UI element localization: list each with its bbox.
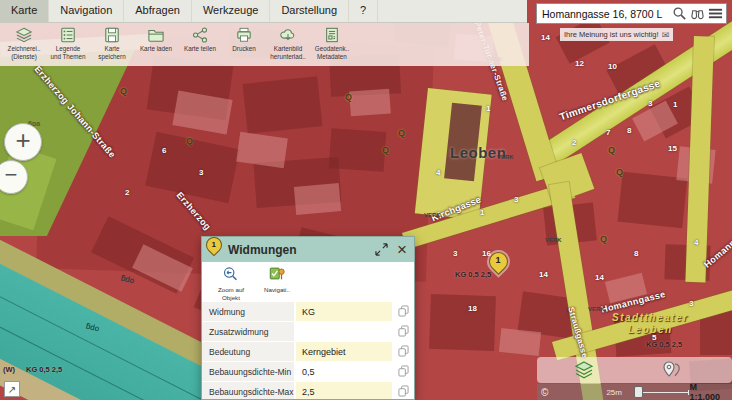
copy-value-button[interactable] bbox=[392, 302, 414, 321]
navigate-button[interactable]: Navigati.. bbox=[256, 265, 298, 302]
popup-expand-button[interactable] bbox=[375, 243, 388, 256]
building-patch bbox=[349, 89, 391, 117]
zoom-in-button[interactable]: + bbox=[4, 123, 42, 161]
search-button[interactable] bbox=[672, 6, 687, 21]
scale-ratio: M 1:1.000 bbox=[689, 382, 727, 400]
print-icon bbox=[235, 27, 253, 44]
copy-icon bbox=[398, 343, 409, 361]
map-label: 4 bbox=[694, 238, 698, 247]
map-label: 18 bbox=[468, 304, 477, 313]
toolbar-label: Geodatenk..Metadaten bbox=[315, 45, 349, 61]
toolbar-legend-themes[interactable]: Legendeund Themen bbox=[46, 23, 90, 66]
map-label: 1 bbox=[486, 104, 490, 113]
popup-header[interactable]: 1 Widmungen × bbox=[202, 237, 414, 262]
attribute-row: Zusatzwidmung bbox=[202, 322, 414, 341]
map-label: Q bbox=[345, 92, 352, 102]
copy-value-button[interactable] bbox=[392, 322, 414, 341]
map-label: VERK bbox=[545, 237, 562, 243]
map-label: 14 bbox=[595, 273, 604, 282]
map-label: (W) bbox=[3, 365, 15, 374]
toolbar-label: Zeichnerei..(Dienste) bbox=[8, 45, 41, 61]
advanced-search-button[interactable] bbox=[690, 6, 705, 21]
overview-map-button[interactable]: ↗ bbox=[4, 381, 20, 397]
attribute-label: Zusatzwidmung bbox=[202, 322, 294, 341]
expand-icon bbox=[375, 243, 388, 256]
toolbar-label: Kartespeichern bbox=[98, 45, 125, 61]
menu-item-abfragen[interactable]: Abfragen bbox=[124, 0, 192, 22]
basemap-layers-button[interactable] bbox=[573, 360, 595, 380]
attribute-value: 0,5 bbox=[296, 362, 392, 381]
map-label: Q bbox=[120, 86, 127, 96]
building-patch bbox=[499, 328, 541, 356]
map-label: Q bbox=[600, 234, 607, 244]
map-label: 3 bbox=[514, 195, 518, 204]
attribute-row: BedeutungKerngebiet bbox=[202, 342, 414, 361]
copyright-icon[interactable]: © bbox=[541, 387, 548, 398]
menu-bar: KarteNavigationAbfragenWerkzeugeDarstell… bbox=[0, 0, 527, 23]
zoom-to-object-button-icon bbox=[222, 268, 240, 285]
search-input[interactable] bbox=[537, 8, 672, 20]
toolbar-geodata-metadata[interactable]: Geodatenk..Metadaten bbox=[310, 23, 354, 66]
toolbar-load-map[interactable]: Karte laden bbox=[134, 23, 178, 66]
zoom-to-object-button[interactable]: Zoom aufObjekt bbox=[210, 265, 252, 302]
search-box bbox=[536, 3, 727, 24]
toolbar-label: Karte teilen bbox=[184, 45, 216, 53]
popup-close-button[interactable]: × bbox=[397, 241, 407, 258]
toolbar-label: Karte laden bbox=[140, 45, 172, 53]
map-label: 7 bbox=[606, 128, 610, 137]
map-label: 2 bbox=[572, 138, 576, 147]
map-label: 3 bbox=[453, 249, 457, 258]
copy-icon bbox=[398, 303, 409, 321]
map-label: opg bbox=[120, 274, 135, 286]
building-patch bbox=[429, 294, 496, 351]
map-label: 4 bbox=[436, 168, 440, 177]
map-label: KG 0,5 2,5 bbox=[26, 365, 62, 374]
building-patch bbox=[618, 172, 688, 229]
feedback-notice[interactable]: Ihre Meinung ist uns wichtig! ✉ bbox=[560, 28, 673, 41]
copy-icon bbox=[398, 363, 409, 381]
popup-pin-icon: 1 bbox=[203, 234, 226, 257]
attribute-label: Bebauungsdichte-Min bbox=[202, 362, 294, 381]
magnifier-icon bbox=[672, 6, 687, 21]
attribute-label: Widmung bbox=[202, 302, 294, 321]
load-map-icon bbox=[147, 27, 165, 44]
layers-icon bbox=[573, 360, 595, 380]
result-marker-pin[interactable]: 1 bbox=[489, 252, 507, 276]
map-label: 14 bbox=[539, 270, 548, 279]
menu-item-navigation[interactable]: Navigation bbox=[49, 0, 124, 22]
copy-value-button[interactable] bbox=[392, 342, 414, 361]
copy-value-button[interactable] bbox=[392, 382, 414, 399]
menu-item-karte[interactable]: Karte bbox=[0, 0, 49, 22]
building-patch bbox=[329, 128, 387, 172]
popup-title: Widmungen bbox=[228, 243, 375, 257]
menu-item-werkzeuge[interactable]: Werkzeuge bbox=[192, 0, 270, 22]
zoom-slider-handle[interactable] bbox=[634, 386, 643, 398]
building-patch bbox=[243, 76, 323, 134]
pin-number: 1 bbox=[489, 255, 507, 265]
toolbar-draw-services[interactable]: Zeichnerei..(Dienste) bbox=[2, 23, 46, 66]
map-label: Leoben bbox=[628, 324, 673, 335]
map-label: KG 0,5 2,5 bbox=[646, 340, 682, 349]
menu-item-darstellung[interactable]: Darstellung bbox=[270, 0, 349, 22]
map-label: 14 bbox=[541, 33, 550, 42]
main-toolbar: Zeichnerei..(Dienste)Legendeund ThemenKa… bbox=[0, 23, 529, 66]
map-label: 8 bbox=[634, 249, 638, 258]
toolbar-download-map-image[interactable]: Kartenbildherunterlad.. bbox=[266, 23, 310, 66]
map-label: 1 bbox=[480, 208, 484, 217]
search-menu-button[interactable] bbox=[708, 6, 723, 21]
toolbar-print[interactable]: Drucken bbox=[222, 23, 266, 66]
attribute-table: WidmungKGZusatzwidmungBedeutungKerngebie… bbox=[202, 302, 414, 399]
attribute-row: Bebauungsdichte-Max2,5 bbox=[202, 382, 414, 399]
poi-markers-button[interactable] bbox=[661, 360, 683, 380]
map-label: 3 bbox=[689, 299, 693, 308]
expand-arrow-icon: ↗ bbox=[8, 384, 16, 395]
map-label: 2 bbox=[125, 188, 129, 197]
attribute-value bbox=[296, 322, 392, 341]
map-label: Stadttheater bbox=[612, 312, 688, 323]
attribute-label: Bebauungsdichte-Max bbox=[202, 382, 294, 399]
copy-value-button[interactable] bbox=[392, 362, 414, 381]
attribute-row: WidmungKG bbox=[202, 302, 414, 321]
toolbar-share-map[interactable]: Karte teilen bbox=[178, 23, 222, 66]
toolbar-save-map[interactable]: Kartespeichern bbox=[90, 23, 134, 66]
menu-item-help[interactable]: ? bbox=[349, 0, 378, 22]
